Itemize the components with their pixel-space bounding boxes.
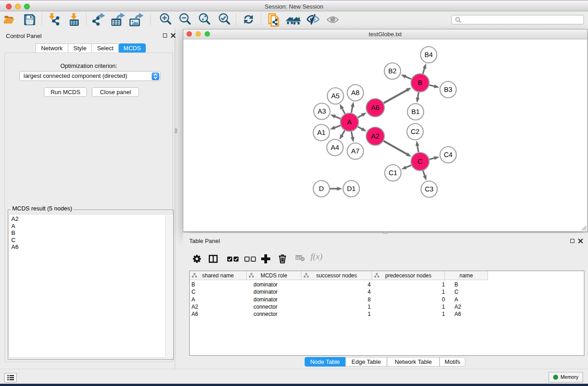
- svg-text:C1: C1: [388, 169, 397, 177]
- svg-text:C4: C4: [444, 151, 452, 159]
- svg-text:A1: A1: [317, 129, 325, 137]
- svg-text:C2: C2: [411, 128, 419, 136]
- svg-text:A3: A3: [318, 108, 326, 115]
- svg-text:D1: D1: [347, 185, 355, 193]
- svg-text:A5: A5: [331, 92, 339, 100]
- svg-text:A8: A8: [351, 89, 359, 97]
- svg-text:D: D: [319, 185, 324, 193]
- svg-text:B: B: [418, 79, 422, 87]
- svg-text:f(x): f(x): [311, 252, 322, 262]
- svg-text:B3: B3: [444, 86, 452, 94]
- svg-text:A6: A6: [371, 104, 379, 112]
- svg-text:A7: A7: [351, 148, 359, 155]
- svg-text:B1: B1: [411, 108, 420, 116]
- svg-text:B4: B4: [425, 51, 433, 59]
- svg-text:A: A: [347, 119, 352, 126]
- svg-text:A2: A2: [371, 133, 379, 140]
- svg-text:B2: B2: [388, 67, 397, 75]
- svg-text:C3: C3: [425, 186, 433, 193]
- svg-text:A4: A4: [331, 144, 339, 152]
- svg-text:C: C: [418, 158, 423, 166]
